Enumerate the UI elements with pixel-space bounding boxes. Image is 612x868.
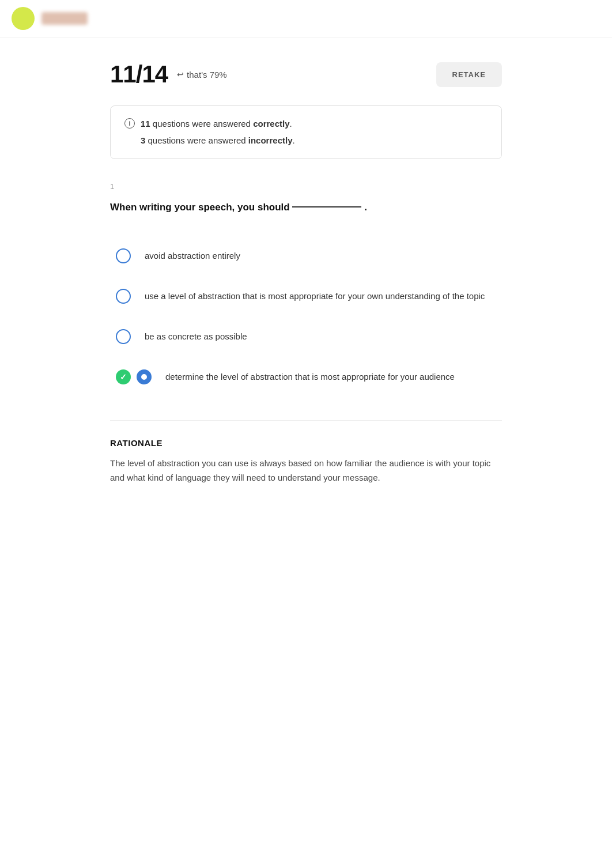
answer-text-a: avoid abstraction entirely — [145, 249, 240, 263]
info-text-incorrect: 3 questions were answered incorrectly. — [141, 134, 295, 148]
radio-area-a — [116, 248, 131, 263]
answer-text-b: use a level of abstraction that is most … — [145, 289, 485, 303]
answer-choice-d[interactable]: determine the level of abstraction that … — [110, 357, 502, 397]
info-box-row-correct: i 11 questions were answered correctly. — [124, 118, 488, 131]
question-number: 1 — [110, 182, 502, 191]
info-box-row-incorrect: 3 questions were answered incorrectly. — [141, 134, 488, 148]
radio-area-b — [116, 289, 131, 304]
score-left: 11/14 ↩ that's 79% — [110, 61, 227, 88]
answer-text-c: be as concrete as possible — [145, 330, 247, 344]
info-box: i 11 questions were answered correctly. … — [110, 105, 502, 159]
question-blank — [292, 206, 361, 207]
radio-circle-c — [116, 329, 131, 344]
rationale-title: RATIONALE — [110, 438, 502, 448]
avatar — [12, 7, 35, 30]
radio-circle-d — [137, 369, 152, 384]
answer-choices: avoid abstraction entirely use a level o… — [110, 236, 502, 397]
arrow-icon: ↩ — [177, 70, 184, 79]
info-text-correct: 11 questions were answered correctly. — [141, 118, 292, 131]
rationale-section: RATIONALE The level of abstraction you c… — [110, 420, 502, 485]
rationale-text: The level of abstraction you can use is … — [110, 456, 502, 485]
retake-button[interactable]: RETAKE — [436, 62, 502, 87]
score-row: 11/14 ↩ that's 79% RETAKE — [110, 61, 502, 88]
score-percent: ↩ that's 79% — [177, 70, 227, 80]
answer-choice-a[interactable]: avoid abstraction entirely — [110, 236, 502, 276]
radio-area-d — [116, 369, 152, 384]
percent-label: that's 79% — [187, 70, 227, 80]
user-name — [41, 12, 88, 25]
correctly-label: correctly — [253, 119, 289, 129]
question-text-after: . — [364, 202, 367, 213]
answer-text-d: determine the level of abstraction that … — [165, 370, 455, 384]
incorrectly-label: incorrectly — [248, 135, 293, 145]
header — [0, 0, 612, 37]
question-text-before: When writing your speech, you should — [110, 202, 290, 213]
main-content: 11/14 ↩ that's 79% RETAKE i 11 questions… — [75, 37, 537, 508]
info-icon: i — [124, 118, 135, 129]
radio-area-c — [116, 329, 131, 344]
radio-circle-b — [116, 289, 131, 304]
score-fraction: 11/14 — [110, 61, 168, 88]
radio-circle-a — [116, 248, 131, 263]
question-text: When writing your speech, you should . — [110, 200, 502, 215]
correct-count: 11 — [141, 119, 150, 129]
answer-choice-b[interactable]: use a level of abstraction that is most … — [110, 276, 502, 316]
check-icon-d — [116, 369, 131, 384]
answer-choice-c[interactable]: be as concrete as possible — [110, 316, 502, 357]
